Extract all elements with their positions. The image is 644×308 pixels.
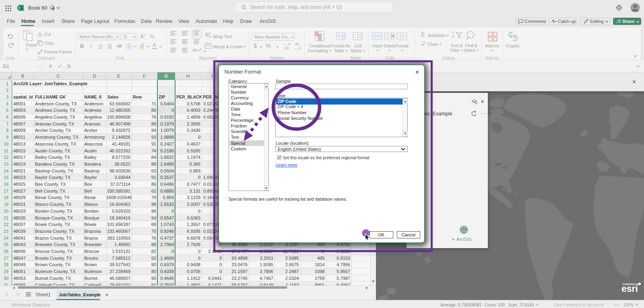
svg-text:X: X [18,6,20,10]
